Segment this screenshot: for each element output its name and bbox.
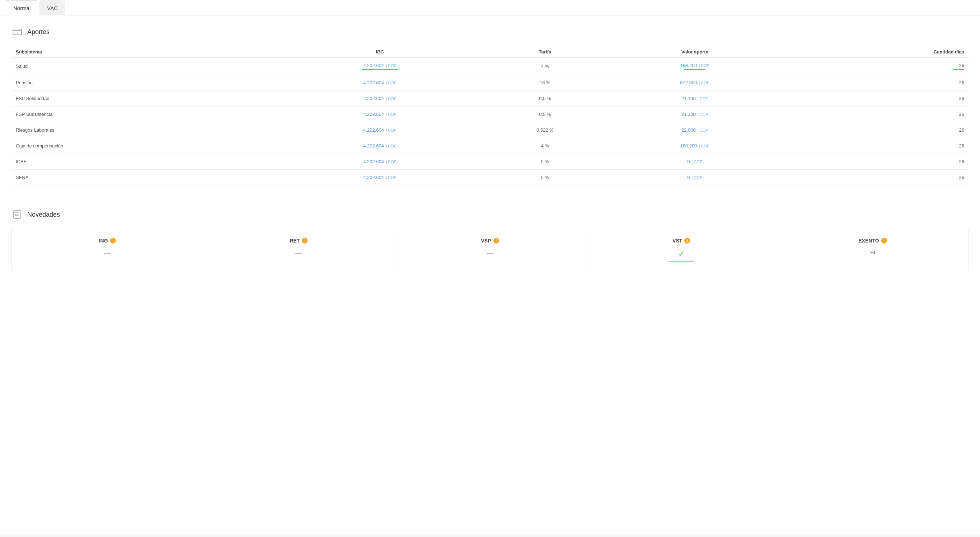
ibc-cell: 4.202.604 | COP: [275, 75, 484, 91]
col-valor: Valor aporte: [605, 46, 784, 58]
novedad-value-vst: ✓: [592, 249, 771, 262]
info-badge-vst: i: [684, 238, 690, 243]
subsistema-cell: ICBF: [11, 154, 275, 170]
tabs-bar: Normal VAC: [0, 0, 980, 16]
table-row: Salud4.202.604 | COP4 %168.200 | COP26: [11, 58, 969, 75]
cantidad-cell: 26: [784, 154, 969, 170]
novedad-label-vsp: VSP: [481, 238, 491, 243]
novedad-card-ret: RETi—: [203, 229, 395, 271]
aportes-table: Subsistema IBC Tarifa Valor aporte Canti…: [11, 46, 969, 186]
valor-cell: 22.000 | COP: [605, 122, 784, 138]
col-cantidad: Cantidad días: [784, 46, 969, 58]
novedades-header: Novedades: [11, 209, 969, 220]
tarifa-cell: 0 %: [484, 170, 605, 186]
novedad-label-exento: EXENTO: [858, 238, 879, 243]
novedades-section: Novedades INGi—RETi—VSPi—VSTi✓EXENTOiSÍ: [11, 209, 969, 271]
subsistema-cell: Riesgos Laborales: [11, 122, 275, 138]
novedad-value-vsp: —: [400, 249, 579, 257]
table-row: FSP Solidaridad4.202.604 | COP0,5 %21.10…: [11, 91, 969, 106]
ibc-cell: 4.202.604 | COP: [275, 138, 484, 154]
cantidad-cell: 26: [784, 138, 969, 154]
novedades-title: Novedades: [27, 211, 60, 218]
ibc-cell: 4.202.604 | COP: [275, 154, 484, 170]
novedad-card-vsp: VSPi—: [395, 229, 585, 271]
subsistema-cell: Pensión: [11, 75, 275, 91]
aportes-icon: [11, 26, 23, 38]
novedades-icon: [11, 209, 23, 220]
valor-cell: 0 | COP: [605, 170, 784, 186]
table-row: FSP Subsistencia4.202.604 | COP0,5 %21.1…: [11, 106, 969, 122]
valor-cell: 168.200 | COP: [605, 58, 784, 75]
novedad-value-ret: —: [209, 249, 388, 257]
novedad-header-exento: EXENTOi: [783, 238, 963, 243]
ibc-cell: 4.202.604 | COP: [275, 91, 484, 106]
col-subsistema: Subsistema: [11, 46, 275, 58]
table-row: Caja de compensación4.202.604 | COP4 %16…: [11, 138, 969, 154]
col-tarifa: Tarifa: [484, 46, 605, 58]
novedades-cards: INGi—RETi—VSPi—VSTi✓EXENTOiSÍ: [11, 229, 969, 271]
vst-checkmark: ✓: [678, 249, 685, 258]
table-row: Pensión4.202.604 | COP16 %672.500 | COP2…: [11, 75, 969, 91]
novedad-label-ret: RET: [290, 238, 300, 243]
tab-vac[interactable]: VAC: [40, 0, 65, 16]
info-badge-ing: i: [110, 238, 116, 243]
novedad-card-vst: VSTi✓: [586, 229, 777, 271]
novedad-label-vst: VST: [673, 238, 682, 243]
ibc-cell: 4.202.604 | COP: [275, 106, 484, 122]
novedad-dash-ret: —: [295, 249, 302, 256]
novedad-label-ing: ING: [99, 238, 108, 243]
tab-normal[interactable]: Normal: [6, 0, 38, 16]
aportes-title: Aportes: [27, 29, 49, 36]
novedad-value-exento: SÍ: [783, 249, 963, 256]
tarifa-cell: 4 %: [484, 138, 605, 154]
novedad-header-ret: RETi: [209, 238, 388, 243]
subsistema-cell: SENA: [11, 170, 275, 186]
aportes-header: Aportes: [11, 26, 969, 38]
svg-rect-3: [14, 211, 21, 218]
tarifa-cell: 4 %: [484, 58, 605, 75]
col-ibc: IBC: [275, 46, 484, 58]
cantidad-cell: 26: [784, 58, 969, 75]
svg-point-1: [15, 33, 16, 34]
svg-point-2: [17, 33, 18, 34]
info-badge-vsp: i: [493, 238, 499, 243]
tarifa-cell: 0 %: [484, 154, 605, 170]
novedad-card-exento: EXENTOiSÍ: [777, 229, 968, 271]
cantidad-cell: 26: [784, 91, 969, 106]
vst-underline: [669, 262, 694, 262]
tarifa-cell: 16 %: [484, 75, 605, 91]
valor-cell: 672.500 | COP: [605, 75, 784, 91]
valor-cell: 168.200 | COP: [605, 138, 784, 154]
tarifa-cell: 0,5 %: [484, 106, 605, 122]
tarifa-cell: 0,522 %: [484, 122, 605, 138]
tarifa-cell: 0,5 %: [484, 91, 605, 106]
novedad-header-vst: VSTi: [592, 238, 771, 243]
info-badge-exento: i: [881, 238, 887, 243]
novedad-dash-ing: —: [104, 249, 111, 256]
ibc-cell: 4.202.604 | COP: [275, 170, 484, 186]
ibc-cell: 4.202.604 | COP: [275, 122, 484, 138]
aportes-section: Aportes Subsistema IBC Tarifa Valor apor…: [11, 26, 969, 186]
section-divider: [11, 197, 969, 197]
valor-cell: 21.100 | COP: [605, 91, 784, 106]
novedad-dash-vsp: —: [487, 249, 493, 256]
svg-rect-0: [13, 29, 22, 35]
valor-cell: 21.100 | COP: [605, 106, 784, 122]
novedad-header-vsp: VSPi: [400, 238, 579, 243]
table-row: ICBF4.202.604 | COP0 %0 | COP26: [11, 154, 969, 170]
novedad-header-ing: INGi: [18, 238, 197, 243]
subsistema-cell: FSP Subsistencia: [11, 106, 275, 122]
ibc-cell: 4.202.604 | COP: [275, 58, 484, 75]
novedad-card-ing: INGi—: [12, 229, 203, 271]
exento-si-value: SÍ: [870, 249, 875, 256]
info-badge-ret: i: [302, 238, 307, 243]
table-row: SENA4.202.604 | COP0 %0 | COP26: [11, 170, 969, 186]
cantidad-cell: 26: [784, 122, 969, 138]
novedad-value-ing: —: [18, 249, 197, 257]
cantidad-cell: 26: [784, 170, 969, 186]
table-row: Riesgos Laborales4.202.604 | COP0,522 %2…: [11, 122, 969, 138]
valor-cell: 0 | COP: [605, 154, 784, 170]
main-content: Aportes Subsistema IBC Tarifa Valor apor…: [0, 16, 980, 534]
subsistema-cell: Caja de compensación: [11, 138, 275, 154]
subsistema-cell: Salud: [11, 58, 275, 75]
